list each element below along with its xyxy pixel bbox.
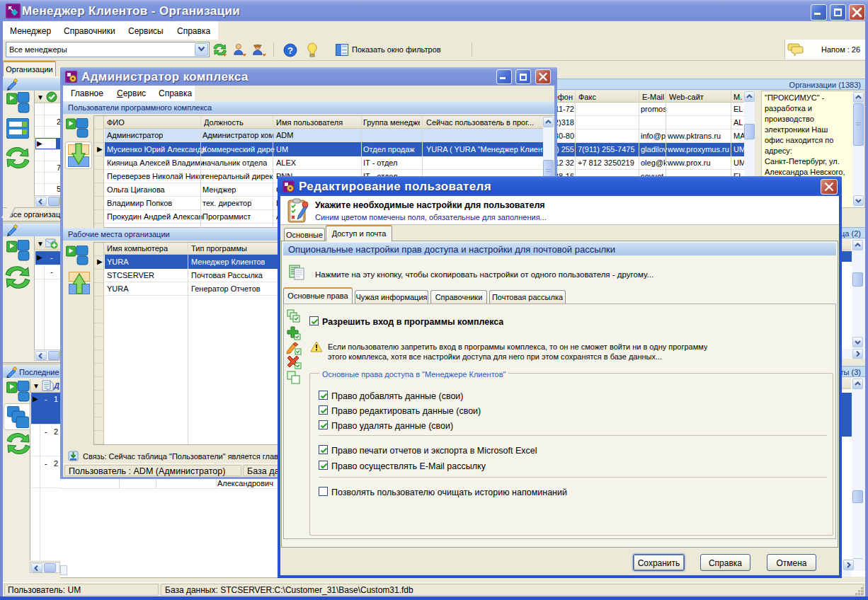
svg-text:?: ?: [287, 45, 293, 56]
